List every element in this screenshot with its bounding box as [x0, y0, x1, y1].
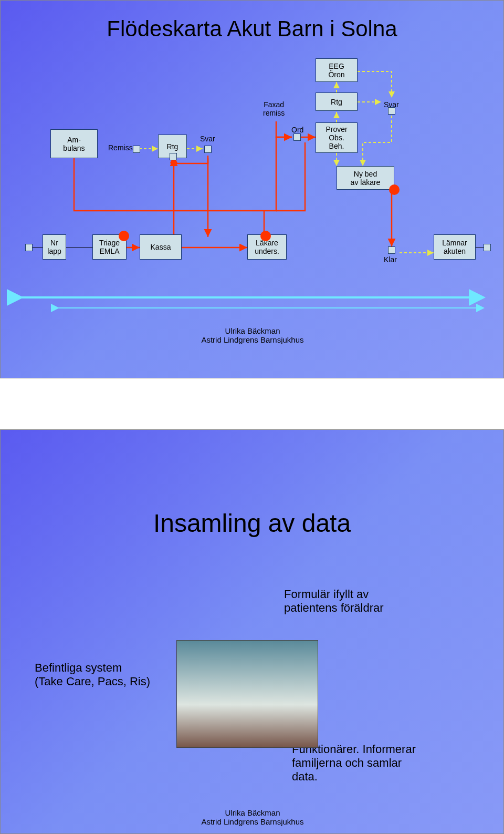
connector-sq [484, 244, 491, 251]
credit2-line1: Ulrika Bäckman [179, 808, 326, 817]
connector-sq [388, 107, 395, 115]
text-befintliga: Befintliga system (Take Care, Pacs, Ris) [35, 661, 150, 688]
credit-line1: Ulrika Bäckman [179, 326, 326, 335]
connector-sq [293, 133, 301, 141]
box-nrlapp: Nr lapp [43, 234, 66, 260]
label-ord: Ord [291, 126, 303, 134]
red-dot [389, 184, 400, 195]
box-kassa: Kassa [140, 234, 182, 260]
slide2-title: Insamling av data [1, 430, 503, 538]
box-eeg: EEG Öron [316, 58, 358, 82]
label-faxad: Faxad remiss [263, 100, 285, 117]
box-prover: Prover Obs. Beh. [316, 122, 358, 153]
photo-funktionar [176, 640, 318, 748]
slide-gap [0, 378, 504, 429]
connector-sq [204, 146, 212, 153]
label-svar1: Svar [200, 135, 215, 143]
slide-flowchart: Flödeskarta Akut Barn i Solna [0, 0, 504, 378]
label-klar: Klar [384, 255, 397, 264]
connector-sq [170, 153, 177, 160]
box-rtg2: Rtg [316, 92, 358, 111]
connector-sq [133, 146, 140, 153]
credit2-line2: Astrid Lindgrens Barnsjukhus [179, 817, 326, 826]
credit-line2: Astrid Lindgrens Barnsjukhus [179, 335, 326, 344]
red-dot [119, 231, 129, 241]
connector-sq [25, 244, 33, 251]
connector-sq [388, 246, 395, 254]
label-remiss: Remiss [108, 143, 133, 152]
box-nybed: Ny bed av läkare [337, 166, 394, 190]
text-formular: Formulär ifyllt av patientens föräldrar [284, 588, 384, 615]
text-funktionarer: Funktionärer. Informerar familjerna och … [292, 743, 416, 784]
box-ambulans: Am- bulans [50, 129, 98, 158]
slide-insamling: Insamling av data Formulär ifyllt av pat… [0, 429, 504, 834]
flow-lines [1, 1, 504, 379]
red-dot [260, 231, 271, 241]
box-lamnar: Lämnar akuten [434, 234, 476, 260]
